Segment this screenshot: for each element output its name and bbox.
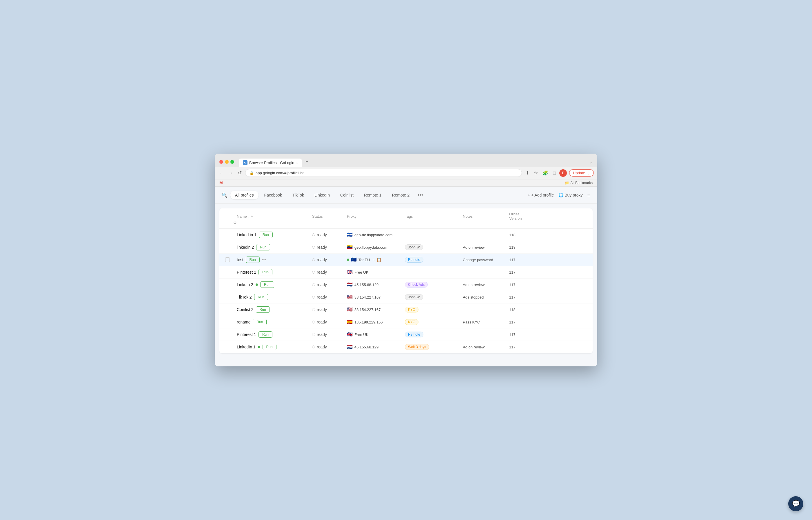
paste-proxy-button[interactable]: 📋 bbox=[376, 257, 381, 262]
th-checkbox bbox=[225, 212, 237, 220]
add-icon: + bbox=[528, 193, 530, 198]
status-text: ready bbox=[317, 295, 327, 300]
tag-badge[interactable]: John W bbox=[405, 294, 423, 300]
tab-linkedin[interactable]: LinkedIn bbox=[310, 191, 334, 200]
update-button[interactable]: Update ⋮ bbox=[569, 169, 594, 177]
tag-badge[interactable]: KYC bbox=[405, 307, 418, 312]
tab-coinlist[interactable]: Coinlist bbox=[335, 191, 358, 200]
run-button[interactable]: Run bbox=[260, 282, 274, 288]
bookmark-star-icon[interactable]: ☆ bbox=[533, 169, 539, 177]
status-text: ready bbox=[317, 332, 327, 337]
tab-view-icon[interactable]: □ bbox=[552, 169, 557, 177]
proxy-actions: + 📋 bbox=[373, 257, 381, 262]
th-settings[interactable]: ⚙ bbox=[225, 220, 237, 225]
status-indicator bbox=[312, 333, 315, 336]
extension-icon[interactable]: 🧩 bbox=[541, 169, 549, 177]
flag-icon: 🇻🇪 bbox=[347, 245, 353, 250]
chat-button[interactable]: 💬 bbox=[788, 496, 803, 511]
address-bar[interactable]: 🔒 app.gologin.com/#/profileList bbox=[245, 169, 522, 177]
proxy-cell: 🇪🇺 Tor EU + 📋 bbox=[347, 257, 405, 262]
row-checkbox[interactable] bbox=[225, 257, 230, 262]
browser-tab-active[interactable]: G Browser Profiles - GoLogin × bbox=[239, 159, 302, 167]
run-button[interactable]: Run bbox=[259, 331, 272, 338]
version-cell: 118 bbox=[509, 245, 526, 250]
forward-button[interactable]: → bbox=[227, 169, 235, 177]
proxy-address: geo-dc.floppydata.com bbox=[354, 233, 393, 237]
run-button[interactable]: Run bbox=[256, 244, 270, 251]
flag-icon: 🇳🇱 bbox=[347, 345, 353, 349]
buy-proxy-button[interactable]: 🌐 Buy proxy bbox=[559, 193, 583, 198]
new-tab-button[interactable]: + bbox=[302, 157, 312, 167]
status-text: ready bbox=[317, 320, 327, 324]
row-more-button[interactable]: ••• bbox=[262, 257, 266, 262]
app-content: 🔍 All profiles Facebook TikTok LinkedIn … bbox=[215, 187, 597, 366]
profile-avatar[interactable]: E bbox=[559, 169, 567, 177]
run-button[interactable]: Run bbox=[253, 319, 267, 325]
tab-remote2[interactable]: Remote 2 bbox=[387, 191, 414, 200]
maximize-button[interactable] bbox=[231, 160, 234, 164]
tab-all-profiles[interactable]: All profiles bbox=[231, 191, 259, 200]
status-text: ready bbox=[317, 245, 327, 250]
tab-actions: + + Add profile 🌐 Buy proxy ≡ bbox=[528, 192, 590, 198]
status-cell: ready bbox=[312, 270, 347, 275]
tab-remote1[interactable]: Remote 1 bbox=[359, 191, 386, 200]
reload-button[interactable]: ↺ bbox=[237, 169, 243, 177]
close-button[interactable] bbox=[219, 160, 223, 164]
minimize-button[interactable] bbox=[225, 160, 228, 164]
profile-name-cell: linkedin 2 Run bbox=[237, 244, 312, 251]
run-button[interactable]: Run bbox=[256, 306, 270, 313]
tab-tiktok[interactable]: TikTok bbox=[288, 191, 308, 200]
profile-name-text: Pinterest 1 bbox=[237, 332, 256, 337]
table-settings-button[interactable]: ≡ bbox=[587, 192, 590, 198]
title-bar: G Browser Profiles - GoLogin × + ⌄ bbox=[215, 154, 597, 167]
status-indicator bbox=[312, 308, 315, 311]
back-button[interactable]: ← bbox=[218, 169, 225, 177]
tab-close-button[interactable]: × bbox=[296, 161, 298, 165]
tags-cell: Wait 3 days bbox=[405, 344, 463, 350]
all-bookmarks[interactable]: 📁 All Bookmarks bbox=[565, 181, 593, 185]
proxy-cell: 🇬🇧 Free UK bbox=[347, 270, 405, 275]
add-profile-button[interactable]: + + Add profile bbox=[528, 193, 554, 198]
th-name[interactable]: Name ↕ + bbox=[237, 212, 312, 220]
tag-badge[interactable]: Remote bbox=[405, 257, 424, 263]
search-button[interactable]: 🔍 bbox=[222, 192, 227, 198]
add-column-icon[interactable]: + bbox=[251, 214, 253, 218]
flag-icon: 🇪🇺 bbox=[351, 257, 357, 262]
proxy-address: 38.154.227.167 bbox=[354, 295, 380, 300]
run-button[interactable]: Run bbox=[259, 232, 273, 238]
globe-icon: 🌐 bbox=[559, 193, 563, 198]
tab-facebook[interactable]: Facebook bbox=[260, 191, 287, 200]
bookmarks-folder-icon: 📁 bbox=[565, 181, 569, 185]
flag-icon: 🇳🇱 bbox=[347, 282, 353, 287]
flag-icon: 🇺🇸 bbox=[347, 295, 353, 300]
tag-badge[interactable]: Remote bbox=[405, 332, 424, 337]
profile-name-cell: rename Run bbox=[237, 319, 312, 325]
share-icon[interactable]: ⬆ bbox=[524, 169, 530, 177]
proxy-cell: 🇺🇸 38.154.227.167 bbox=[347, 295, 405, 300]
row-checkbox-area[interactable] bbox=[225, 257, 237, 262]
update-chevron-icon: ⋮ bbox=[586, 171, 590, 175]
add-proxy-button[interactable]: + bbox=[373, 257, 375, 262]
gear-icon: ⚙ bbox=[233, 220, 237, 225]
window-maximize-button[interactable]: ⌄ bbox=[589, 160, 593, 164]
profile-name-text: TikTok 2 bbox=[237, 295, 252, 300]
notes-cell: Ad on review bbox=[463, 345, 509, 349]
tag-badge[interactable]: Wait 3 days bbox=[405, 344, 429, 350]
more-tabs-button[interactable]: ••• bbox=[415, 191, 426, 200]
table-row: Linked in 1 Run ready 🇸🇻 geo-dc.floppyda… bbox=[219, 229, 593, 241]
proxy-cell: 🇳🇱 45.155.68.129 bbox=[347, 345, 405, 349]
run-button[interactable]: Run bbox=[254, 294, 268, 300]
status-cell: ready bbox=[312, 307, 347, 312]
status-cell: ready bbox=[312, 320, 347, 324]
proxy-address: Free UK bbox=[354, 270, 368, 275]
tag-badge[interactable]: Check Ads bbox=[405, 282, 428, 288]
tag-badge[interactable]: KYC bbox=[405, 319, 418, 325]
run-button[interactable]: Run bbox=[259, 269, 272, 275]
run-button[interactable]: Run bbox=[246, 257, 260, 263]
notes-cell: Ad on review bbox=[463, 245, 509, 250]
proxy-address: 45.155.68.129 bbox=[354, 345, 378, 349]
run-button[interactable]: Run bbox=[263, 344, 276, 350]
tab-bar: G Browser Profiles - GoLogin × + bbox=[239, 157, 587, 167]
profile-name-cell: LinkdIn 2 Run bbox=[237, 282, 312, 288]
tag-badge[interactable]: John W bbox=[405, 244, 423, 250]
